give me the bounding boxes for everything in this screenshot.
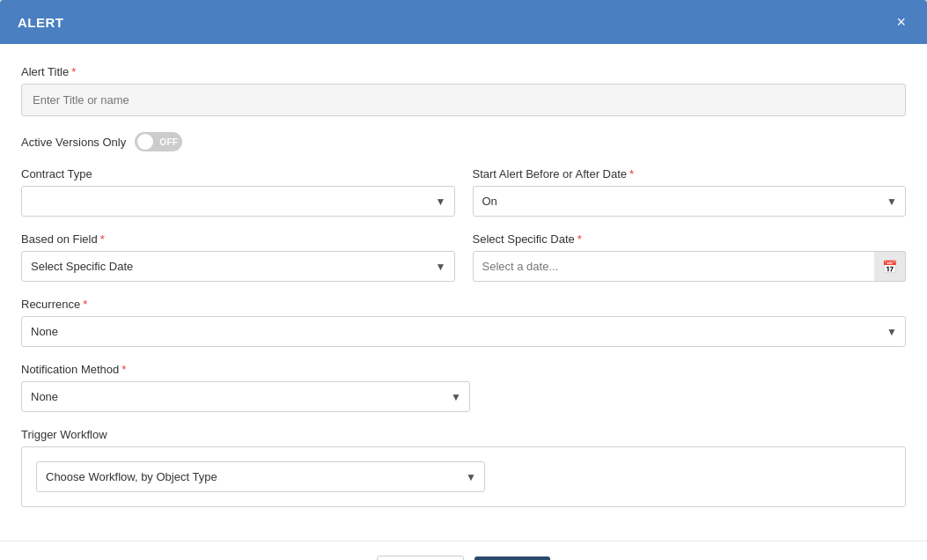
specific-date-group: Select Specific Date * 📅 bbox=[473, 232, 907, 282]
based-on-field-group: Based on Field * Select Specific Date ▼ bbox=[21, 232, 455, 282]
specific-date-label: Select Specific Date * bbox=[473, 232, 907, 246]
trigger-workflow-group: Trigger Workflow Choose Workflow, by Obj… bbox=[21, 428, 906, 507]
contract-type-group: Contract Type ▼ bbox=[21, 167, 455, 217]
dialog-title: ALERT bbox=[18, 15, 64, 30]
toggle-knob bbox=[137, 134, 153, 150]
start-alert-group: Start Alert Before or After Date * On Be… bbox=[473, 167, 907, 217]
toggle-state-text: OFF bbox=[159, 137, 178, 147]
based-on-select-wrapper: Select Specific Date ▼ bbox=[21, 251, 455, 282]
specific-date-input[interactable] bbox=[473, 251, 907, 282]
dialog-footer: Cancel Save bbox=[0, 541, 927, 560]
recurrence-select[interactable]: None bbox=[21, 316, 906, 347]
alert-title-group: Alert Title * bbox=[21, 65, 906, 116]
active-versions-row: Active Versions Only OFF bbox=[21, 132, 906, 151]
notification-method-label: Notification Method * bbox=[21, 363, 906, 376]
active-versions-label: Active Versions Only bbox=[21, 136, 126, 149]
alert-title-input[interactable] bbox=[21, 84, 906, 116]
notification-method-group: Notification Method * None ▼ bbox=[21, 363, 906, 412]
alert-title-required: * bbox=[71, 65, 76, 78]
based-on-field-label: Based on Field * bbox=[21, 232, 455, 246]
active-versions-toggle[interactable]: OFF bbox=[135, 132, 182, 151]
workflow-box: Choose Workflow, by Object Type ▼ bbox=[21, 446, 906, 507]
based-on-required: * bbox=[100, 232, 105, 246]
based-on-select[interactable]: Select Specific Date bbox=[21, 251, 455, 282]
alert-dialog: ALERT × Alert Title * Active Versions On… bbox=[0, 0, 927, 560]
recurrence-select-wrapper: None ▼ bbox=[21, 316, 906, 347]
row-contract-start: Contract Type ▼ Start Alert Before or Af… bbox=[21, 167, 906, 232]
notification-required: * bbox=[121, 363, 126, 376]
workflow-select-wrapper: Choose Workflow, by Object Type ▼ bbox=[36, 461, 485, 492]
dialog-body: Alert Title * Active Versions Only OFF C… bbox=[0, 44, 927, 541]
notification-method-select[interactable]: None bbox=[21, 381, 470, 412]
cancel-button[interactable]: Cancel bbox=[377, 556, 463, 560]
calendar-icon[interactable]: 📅 bbox=[874, 251, 906, 282]
specific-date-input-wrapper: 📅 bbox=[473, 251, 907, 282]
trigger-workflow-label: Trigger Workflow bbox=[21, 428, 906, 441]
notification-select-wrapper: None ▼ bbox=[21, 381, 470, 412]
row-based-date: Based on Field * Select Specific Date ▼ … bbox=[21, 232, 906, 298]
start-alert-required: * bbox=[629, 167, 634, 181]
start-alert-label: Start Alert Before or After Date * bbox=[473, 167, 907, 181]
recurrence-required: * bbox=[83, 298, 87, 311]
alert-title-label: Alert Title * bbox=[21, 65, 906, 78]
start-alert-select[interactable]: On Before After bbox=[473, 186, 907, 217]
contract-type-label: Contract Type bbox=[21, 167, 455, 181]
close-button[interactable]: × bbox=[893, 12, 909, 32]
workflow-select[interactable]: Choose Workflow, by Object Type bbox=[36, 461, 485, 492]
dialog-header: ALERT × bbox=[0, 0, 927, 44]
contract-type-select-wrapper: ▼ bbox=[21, 186, 455, 217]
contract-type-select[interactable] bbox=[21, 186, 455, 217]
save-button[interactable]: Save bbox=[475, 556, 550, 560]
start-alert-select-wrapper: On Before After ▼ bbox=[473, 186, 907, 217]
recurrence-label: Recurrence * bbox=[21, 298, 906, 311]
specific-date-required: * bbox=[578, 232, 582, 246]
recurrence-group: Recurrence * None ▼ bbox=[21, 298, 906, 347]
